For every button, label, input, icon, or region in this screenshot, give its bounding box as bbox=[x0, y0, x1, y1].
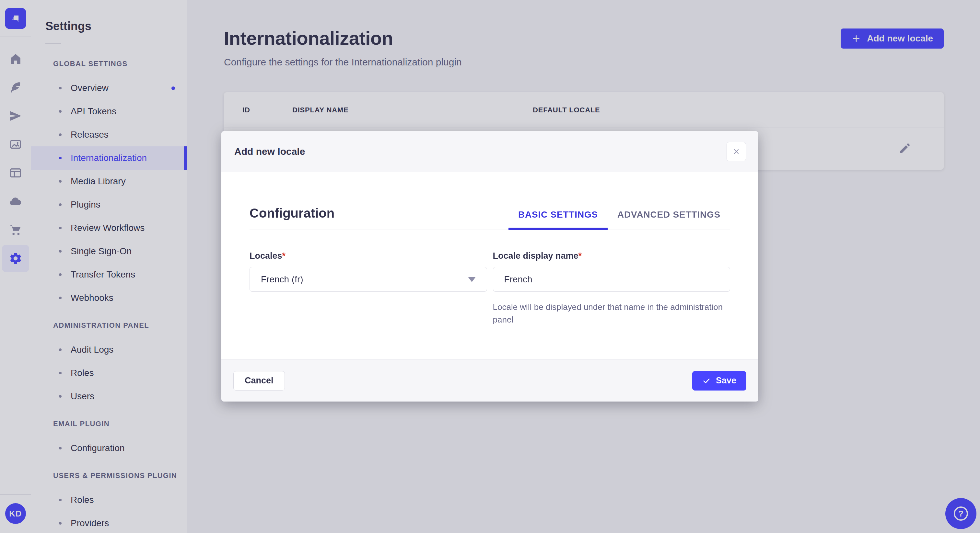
close-icon bbox=[732, 148, 740, 155]
display-name-input-value: French bbox=[504, 274, 533, 285]
tab-basic-settings[interactable]: BASIC SETTINGS bbox=[509, 209, 608, 230]
save-button[interactable]: Save bbox=[692, 371, 746, 390]
modal-title: Add new locale bbox=[234, 146, 305, 157]
modal-header: Add new locale bbox=[221, 131, 758, 172]
locales-select[interactable]: French (fr) bbox=[250, 267, 487, 292]
locales-field: Locales* French (fr) bbox=[250, 251, 487, 326]
cancel-button[interactable]: Cancel bbox=[233, 371, 285, 390]
display-name-input[interactable]: French bbox=[493, 267, 730, 292]
app-root: KD Settings GLOBAL SETTINGS Overview API… bbox=[0, 0, 980, 533]
chevron-down-icon bbox=[468, 277, 476, 282]
form-fields-row: Locales* French (fr) Locale display name… bbox=[250, 251, 730, 326]
locales-label-text: Locales bbox=[250, 251, 282, 261]
display-name-label: Locale display name* bbox=[493, 251, 730, 261]
required-asterisk: * bbox=[282, 251, 286, 261]
add-locale-modal: Add new locale Configuration BASIC SETTI… bbox=[221, 131, 758, 401]
locales-label: Locales* bbox=[250, 251, 487, 261]
configuration-header-row: Configuration BASIC SETTINGS ADVANCED SE… bbox=[250, 206, 730, 230]
required-asterisk: * bbox=[579, 251, 582, 261]
locales-select-value: French (fr) bbox=[261, 274, 303, 285]
modal-footer: Cancel Save bbox=[221, 359, 758, 401]
check-icon bbox=[702, 377, 711, 385]
display-name-field: Locale display name* French Locale will … bbox=[493, 251, 730, 326]
modal-body: Configuration BASIC SETTINGS ADVANCED SE… bbox=[221, 172, 758, 359]
close-modal-button[interactable] bbox=[727, 142, 746, 161]
display-name-label-text: Locale display name bbox=[493, 251, 579, 261]
display-name-hint: Locale will be displayed under that name… bbox=[493, 301, 730, 326]
save-button-label: Save bbox=[716, 376, 736, 385]
tab-advanced-settings[interactable]: ADVANCED SETTINGS bbox=[608, 209, 730, 230]
configuration-title: Configuration bbox=[250, 206, 509, 230]
